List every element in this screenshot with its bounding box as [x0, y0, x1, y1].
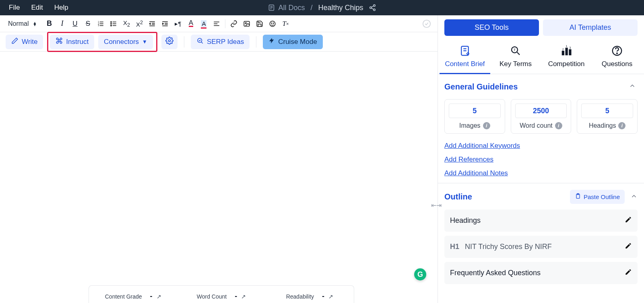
menu-edit[interactable]: Edit [25, 0, 48, 15]
subtab-key-terms[interactable]: T Key Terms [490, 44, 541, 74]
tab-ai-templates[interactable]: AI Templates [543, 19, 638, 36]
outline-item[interactable]: Headings [444, 210, 638, 232]
outdent-button[interactable] [146, 18, 158, 30]
cruise-mode-button[interactable]: Cruise Mode [263, 35, 322, 49]
svg-text:3: 3 [569, 46, 571, 50]
save-button[interactable] [254, 18, 266, 30]
write-button[interactable]: Write [6, 35, 43, 49]
svg-line-7 [372, 6, 374, 7]
readability-value: - [322, 292, 324, 301]
info-icon[interactable]: i [618, 122, 625, 129]
ordered-list-button[interactable]: 123 [95, 18, 107, 30]
metric-images: 5 Imagesi [444, 99, 505, 134]
trend-up-icon: ↗ [328, 293, 333, 300]
italic-button[interactable]: I [56, 18, 68, 30]
strikethrough-button[interactable]: S [82, 18, 94, 30]
edit-icon[interactable] [625, 216, 632, 225]
panel-resize-handle[interactable]: ⇤⇥ [431, 201, 442, 209]
outline-item-title: Headings [450, 216, 481, 225]
highlight-color-button[interactable]: A [198, 18, 210, 30]
svg-text:T: T [514, 48, 516, 52]
align-button[interactable] [211, 18, 223, 30]
collapse-icon[interactable] [630, 193, 638, 201]
subtab-questions[interactable]: Questions [592, 44, 642, 74]
info-icon[interactable]: i [483, 122, 490, 129]
svg-rect-49 [569, 49, 571, 55]
superscript-button[interactable]: X2 [133, 18, 145, 30]
clear-format-button[interactable]: T× [279, 18, 291, 30]
headings-value-input[interactable]: 5 [581, 104, 633, 118]
bolt-icon [268, 37, 275, 46]
word-count-label: Word Count [197, 293, 227, 300]
serp-ideas-button[interactable]: SERP Ideas [191, 35, 250, 49]
breadcrumb: All Docs / Healthy Chips [268, 4, 376, 12]
subscript-button[interactable]: X2 [120, 18, 132, 30]
paste-outline-button[interactable]: Paste Outline [570, 190, 625, 204]
svg-point-19 [111, 23, 111, 24]
instruct-button[interactable]: Instruct [50, 35, 94, 49]
bold-button[interactable]: B [43, 18, 55, 30]
image-button[interactable] [241, 18, 253, 30]
indent-button[interactable] [159, 18, 171, 30]
text-direction-button[interactable]: ▸¶ [172, 18, 184, 30]
word-count-metric: Word Count - ↗ [177, 286, 265, 303]
editor-column: Normal ▲▼ B I U S 123 X2 X2 ▸¶ A [0, 15, 438, 303]
collapse-icon[interactable] [627, 81, 638, 93]
svg-point-4 [374, 5, 376, 7]
competition-icon: 213 [541, 44, 592, 58]
breadcrumb-doc-name[interactable]: Healthy Chips [318, 4, 363, 12]
status-check-icon [421, 18, 433, 30]
outline-item[interactable]: Frequently Asked Questions [444, 262, 638, 284]
add-keywords-link[interactable]: Add Additional Keywords [444, 142, 638, 150]
info-icon[interactable]: i [555, 122, 562, 129]
text-color-button[interactable]: A [185, 18, 197, 30]
menu-file[interactable]: File [3, 0, 25, 15]
action-toolbar: Write Instruct Connectors ▼ [0, 32, 438, 52]
toolbar-separator [225, 19, 225, 28]
readability-label: Readability [286, 293, 314, 300]
sidebar-body: General Guidelines 5 Imagesi 2500 Word c… [438, 74, 644, 303]
grammarly-badge[interactable]: G [414, 268, 426, 280]
edit-icon[interactable] [625, 242, 632, 251]
chevron-down-icon: ▼ [142, 39, 147, 45]
edit-icon[interactable] [625, 268, 632, 278]
svg-point-37 [423, 20, 430, 27]
subtab-content-brief[interactable]: Content Brief [440, 44, 490, 74]
doc-icon [268, 4, 275, 11]
link-button[interactable] [228, 18, 240, 30]
subtab-label: Content Brief [440, 60, 490, 68]
outline-item[interactable]: H1NIT Trichy Scores By NIRF [444, 236, 638, 258]
action-separator [184, 36, 184, 48]
add-references-link[interactable]: Add References [444, 156, 638, 164]
images-value-input[interactable]: 5 [449, 104, 501, 118]
svg-point-20 [111, 25, 111, 26]
underline-button[interactable]: U [69, 18, 81, 30]
outline-header: Outline Paste Outline [444, 190, 638, 204]
tab-seo-tools[interactable]: SEO Tools [444, 19, 539, 36]
outline-list: HeadingsH1NIT Trichy Scores By NIRFFrequ… [444, 210, 638, 284]
menu-help[interactable]: Help [49, 0, 74, 15]
svg-line-46 [517, 52, 520, 55]
outline-item-title: Frequently Asked Questions [450, 269, 541, 277]
connectors-dropdown[interactable]: Connectors ▼ [98, 35, 153, 49]
word-count-label: Word count [520, 122, 553, 129]
svg-point-5 [370, 7, 372, 9]
metric-word-count: 2500 Word counti [511, 99, 572, 134]
emoji-button[interactable] [266, 18, 279, 30]
paste-outline-label: Paste Outline [584, 193, 620, 200]
unordered-list-button[interactable] [107, 18, 120, 30]
word-count-value-input[interactable]: 2500 [515, 104, 567, 118]
block-style-label: Normal [8, 20, 29, 27]
command-icon [56, 37, 63, 46]
connectors-label: Connectors [104, 38, 139, 46]
subtab-competition[interactable]: 213 Competition [541, 44, 592, 74]
content-grade-label: Content Grade [105, 293, 142, 300]
share-icon[interactable] [369, 4, 376, 11]
block-style-dropdown[interactable]: Normal ▲▼ [5, 19, 42, 29]
breadcrumb-all-docs[interactable]: All Docs [278, 4, 305, 12]
svg-rect-48 [566, 48, 568, 56]
editor-canvas[interactable]: ⇤⇥ G Content Grade - ↗ Word Count - ↗ Re… [0, 52, 438, 303]
settings-button[interactable] [161, 35, 178, 49]
add-notes-link[interactable]: Add Additional Notes [444, 169, 638, 177]
content-grade-value: - [150, 292, 153, 301]
